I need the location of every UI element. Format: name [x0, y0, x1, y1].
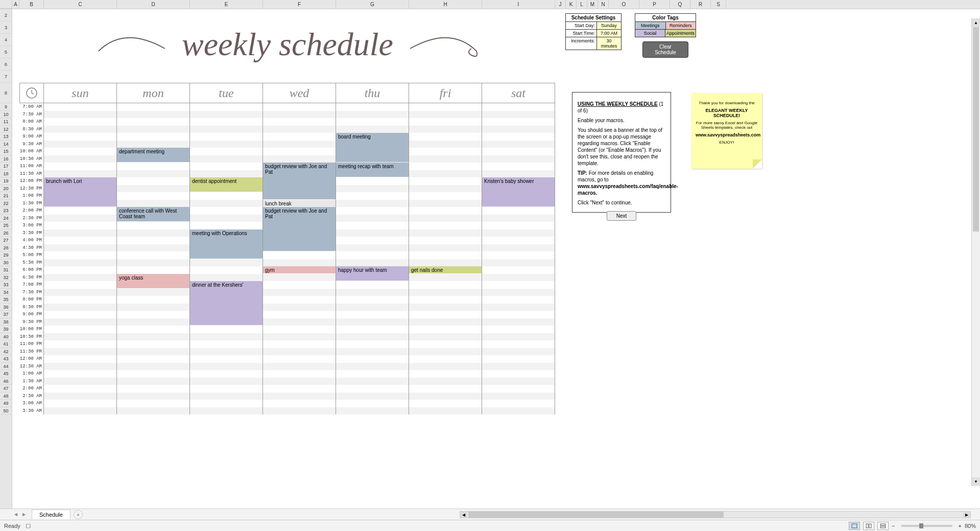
schedule-cell[interactable]	[44, 311, 117, 318]
horizontal-scrollbar[interactable]: ◀ ▶	[460, 511, 971, 518]
row-header-35[interactable]: 35	[0, 296, 12, 304]
event-block[interactable]: meeting recap with team	[336, 163, 409, 177]
row-header-6[interactable]: 6	[0, 58, 12, 71]
schedule-cell[interactable]	[117, 177, 190, 185]
schedule-cell[interactable]	[482, 222, 555, 229]
schedule-cell[interactable]	[336, 296, 409, 304]
time-row[interactable]: 10:00 PM	[12, 326, 980, 333]
schedule-cell[interactable]	[482, 333, 555, 341]
schedule-cell[interactable]	[190, 385, 263, 393]
zoom-thumb[interactable]	[919, 523, 923, 528]
schedule-cell[interactable]	[117, 111, 190, 119]
row-header-27[interactable]: 27	[0, 237, 12, 244]
schedule-cell[interactable]	[263, 340, 336, 348]
schedule-cell[interactable]	[190, 355, 263, 363]
schedule-cell[interactable]	[409, 200, 482, 207]
row-header-28[interactable]: 28	[0, 244, 12, 252]
time-row[interactable]: 8:30 PM	[12, 304, 980, 311]
row-header-44[interactable]: 44	[0, 363, 12, 371]
time-row[interactable]: 12:30 AM	[12, 363, 980, 371]
schedule-cell[interactable]	[336, 207, 409, 215]
schedule-cell[interactable]	[409, 237, 482, 244]
hscroll-left-button[interactable]: ◀	[460, 512, 467, 518]
schedule-cell[interactable]	[190, 111, 263, 119]
row-header-22[interactable]: 22	[0, 200, 12, 207]
schedule-cell[interactable]	[409, 378, 482, 385]
schedule-cell[interactable]	[44, 163, 117, 170]
schedule-cell[interactable]	[263, 103, 336, 111]
schedule-cell[interactable]	[190, 400, 263, 407]
schedule-cell[interactable]	[190, 207, 263, 215]
zoom-in-button[interactable]: +	[959, 523, 962, 529]
schedule-cell[interactable]	[336, 355, 409, 363]
row-header-13[interactable]: 13	[0, 133, 12, 141]
sheet-tab-schedule[interactable]: Schedule	[32, 510, 70, 519]
event-block[interactable]: brunch with Lori	[44, 177, 116, 206]
row-header-45[interactable]: 45	[0, 370, 12, 378]
row-header-32[interactable]: 32	[0, 274, 12, 282]
time-row[interactable]: 3:00 AM	[12, 400, 980, 407]
time-row[interactable]: 9:30 AM	[12, 141, 980, 148]
time-row[interactable]: 6:00 PM	[12, 266, 980, 274]
schedule-cell[interactable]	[263, 348, 336, 356]
time-row[interactable]: 8:00 PM	[12, 296, 980, 304]
col-header-P[interactable]: P	[639, 0, 670, 9]
schedule-cell[interactable]	[482, 274, 555, 282]
row-header-48[interactable]: 48	[0, 393, 12, 400]
time-row[interactable]: 10:30 PM	[12, 333, 980, 341]
schedule-cell[interactable]	[409, 207, 482, 215]
schedule-cell[interactable]	[263, 126, 336, 133]
schedule-cell[interactable]	[336, 326, 409, 333]
schedule-cell[interactable]	[482, 304, 555, 311]
schedule-cell[interactable]	[336, 222, 409, 229]
schedule-cell[interactable]	[409, 304, 482, 311]
schedule-cell[interactable]	[409, 163, 482, 170]
schedule-cell[interactable]	[409, 289, 482, 296]
schedule-cell[interactable]	[117, 296, 190, 304]
schedule-cell[interactable]	[482, 318, 555, 326]
schedule-cell[interactable]	[190, 148, 263, 155]
col-header-E[interactable]: E	[190, 0, 263, 9]
schedule-cell[interactable]	[190, 348, 263, 356]
schedule-cell[interactable]	[482, 340, 555, 348]
row-header-34[interactable]: 34	[0, 289, 12, 296]
row-header-36[interactable]: 36	[0, 304, 12, 311]
schedule-cell[interactable]	[117, 355, 190, 363]
row-header-47[interactable]: 47	[0, 385, 12, 393]
schedule-cell[interactable]	[117, 185, 190, 193]
row-header-17[interactable]: 17	[0, 163, 12, 170]
schedule-cell[interactable]	[117, 237, 190, 244]
schedule-cell[interactable]	[263, 400, 336, 407]
schedule-cell[interactable]	[44, 266, 117, 274]
schedule-cell[interactable]	[263, 289, 336, 296]
schedule-cell[interactable]	[117, 385, 190, 393]
schedule-cell[interactable]	[117, 133, 190, 141]
row-header-3[interactable]: 3	[0, 21, 12, 34]
schedule-cell[interactable]	[117, 318, 190, 326]
schedule-cell[interactable]	[190, 141, 263, 148]
schedule-cell[interactable]	[409, 215, 482, 222]
schedule-cell[interactable]	[117, 192, 190, 200]
schedule-cell[interactable]	[482, 207, 555, 215]
time-row[interactable]: 12:00 AM	[12, 355, 980, 363]
col-header-L[interactable]: L	[577, 0, 587, 9]
col-header-D[interactable]: D	[117, 0, 190, 9]
schedule-cell[interactable]	[409, 318, 482, 326]
schedule-cell[interactable]	[263, 274, 336, 282]
schedule-cell[interactable]	[336, 237, 409, 244]
schedule-cell[interactable]	[336, 393, 409, 400]
row-header-4[interactable]: 4	[0, 34, 12, 46]
schedule-cell[interactable]	[482, 289, 555, 296]
schedule-cell[interactable]	[44, 244, 117, 252]
time-row[interactable]: 3:30 AM	[12, 407, 980, 415]
grid-area[interactable]: weekly schedule Schedule Settings Start …	[12, 9, 980, 509]
time-row[interactable]: 11:00 AM	[12, 163, 980, 170]
schedule-cell[interactable]	[263, 393, 336, 400]
schedule-cell[interactable]	[44, 274, 117, 282]
schedule-cell[interactable]	[117, 400, 190, 407]
time-row[interactable]: 4:30 PM	[12, 244, 980, 252]
schedule-cell[interactable]	[336, 200, 409, 207]
schedule-cell[interactable]	[409, 251, 482, 259]
schedule-cell[interactable]	[263, 318, 336, 326]
schedule-cell[interactable]	[117, 393, 190, 400]
